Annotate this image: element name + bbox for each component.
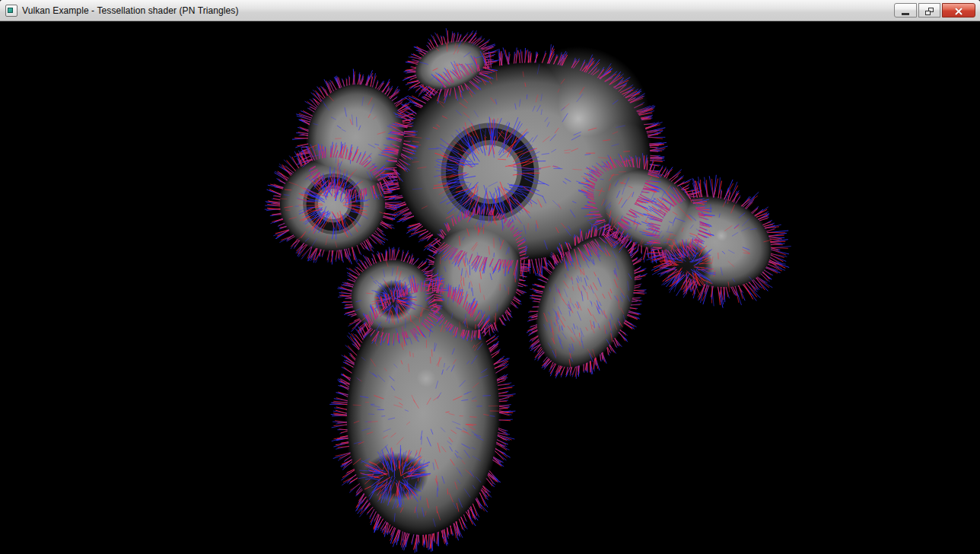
app-window: Vulkan Example - Tessellation shader (PN… xyxy=(0,0,980,554)
app-icon[interactable] xyxy=(5,5,18,17)
restore-button[interactable] xyxy=(918,3,940,18)
minimize-icon xyxy=(902,13,909,15)
render-viewport[interactable] xyxy=(0,21,980,554)
app-icon-glyph xyxy=(8,8,13,13)
window-controls xyxy=(894,3,975,18)
close-icon xyxy=(954,7,963,16)
titlebar[interactable]: Vulkan Example - Tessellation shader (PN… xyxy=(0,0,980,21)
close-button[interactable] xyxy=(942,3,975,18)
minimize-button[interactable] xyxy=(894,3,917,18)
window-title: Vulkan Example - Tessellation shader (PN… xyxy=(22,5,239,16)
client-area xyxy=(0,21,980,554)
restore-icon xyxy=(925,8,934,15)
